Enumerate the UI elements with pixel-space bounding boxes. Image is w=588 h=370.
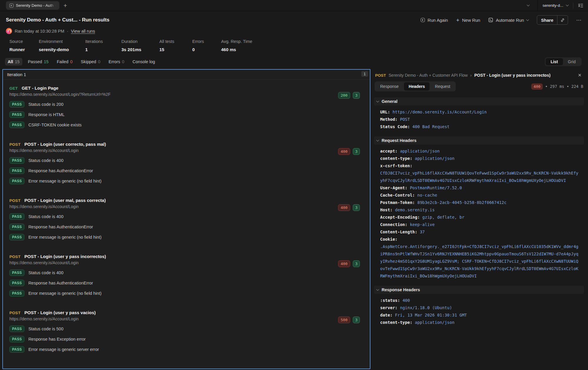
test-result: PASSError message is generic (no field h… <box>9 290 370 297</box>
header-line: content-type: application/json <box>380 319 579 326</box>
filter-skipped[interactable]: Skipped0 <box>78 58 103 66</box>
test-result: PASSResponse has Exception error <box>9 336 370 342</box>
tab-headers[interactable]: Headers <box>404 82 430 91</box>
more-options-button[interactable]: ⋯ <box>576 17 582 23</box>
header: Serenity Demo - Auth + Cust... - Run res… <box>0 11 588 25</box>
test-result: PASSResponse has AuthenticationError <box>9 280 370 286</box>
filter-all[interactable]: All15 <box>5 58 22 66</box>
grid-view-button[interactable]: Grid <box>563 58 581 65</box>
section-response-headers[interactable]: Response Headers <box>374 286 584 294</box>
ran-timestamp: Ran today at 10:30:28 PM <box>15 29 64 34</box>
header-line: User-Agent: PostmanRuntime/7.52.0 <box>380 184 579 192</box>
play-icon <box>421 18 425 22</box>
section-request-headers[interactable]: Request Headers <box>374 136 584 145</box>
environment-selector[interactable]: serenity-d... <box>542 3 568 8</box>
detail-panel: POST Serenity Demo - Auth + Customer API… <box>370 69 588 369</box>
response-size: 224 B <box>571 84 583 89</box>
stat-avg-resp-time: Avg. Resp. Time460 ms <box>221 39 252 52</box>
request-url: https://demo.serenity.is/Account/Login <box>9 317 370 321</box>
chevron-down-icon[interactable] <box>527 4 530 6</box>
share-button[interactable]: Share <box>537 18 557 23</box>
method-label: POST <box>375 73 386 78</box>
automate-run-button[interactable]: Automate Run <box>488 18 529 23</box>
chevron-down-icon <box>566 4 569 6</box>
breadcrumb[interactable]: Serenity Demo - Auth + Customer API Flow <box>389 73 468 78</box>
test-count-badge: 3 <box>353 204 360 211</box>
test-result: PASSCSRF-TOKEN cookie exists <box>9 122 370 128</box>
response-time: 297 ms <box>550 84 564 89</box>
header-line: Method: POST <box>380 116 579 123</box>
list-view-button[interactable]: List <box>546 58 563 65</box>
view-all-runs-link[interactable]: View all runs <box>71 29 95 34</box>
request-title: POST - Login (user correcto, pass mal) <box>24 142 106 147</box>
detail-header: POST Serenity Demo - Auth + Customer API… <box>374 71 584 81</box>
header-line: Status Code: 400 Bad Request <box>380 123 579 130</box>
avatar <box>6 28 12 34</box>
pass-badge: PASS <box>9 234 24 240</box>
test-count-badge: 3 <box>353 260 360 267</box>
tab-response[interactable]: Response <box>375 82 403 91</box>
filter-errors[interactable]: Errors0 <box>106 58 127 66</box>
stat-iterations: Iterations1 <box>85 39 121 52</box>
runner-tab[interactable]: Serenity Demo - Auth + Cu <box>6 1 59 10</box>
test-result: PASSResponse has AuthenticationError <box>9 168 370 174</box>
runner-icon <box>9 4 14 8</box>
header-line: Accept-Encoding: gzip, deflate, br <box>380 214 579 221</box>
run-again-button[interactable]: Run Again <box>421 18 448 23</box>
pass-badge: PASS <box>9 326 24 332</box>
status-badge: 400 <box>338 204 350 211</box>
request-item[interactable]: POST POST - Login (user mal, pass correc… <box>6 198 370 240</box>
header-line: server: nginx/1.18.0 (Ubuntu) <box>380 304 579 312</box>
test-count-badge: 3 <box>353 92 360 99</box>
header-line: :status: 400 <box>380 297 579 304</box>
close-icon[interactable]: ✕ <box>576 73 583 78</box>
chevron-down-icon <box>526 18 529 21</box>
test-count-badge: 3 <box>353 148 360 155</box>
run-stats: SourceRunner Environmentserenity-demo It… <box>0 38 588 57</box>
new-tab-button[interactable]: + <box>64 2 67 9</box>
environment-quick-look-icon[interactable] <box>578 3 583 8</box>
request-item[interactable]: POST POST - Login (user y pass incorrect… <box>6 254 370 297</box>
header-line: Connection: keep-alive <box>380 221 579 228</box>
pass-badge: PASS <box>9 336 24 342</box>
stat-errors: Errors0 <box>192 39 221 52</box>
test-result: PASSStatus code is 500 <box>9 326 370 332</box>
pass-badge: PASS <box>9 290 24 297</box>
test-result: PASSResponse has AuthenticationError <box>9 224 370 230</box>
header-line: accept: application/json <box>380 148 579 155</box>
status-badge: 500 <box>338 317 350 323</box>
request-title: POST - Login (user y pass incorrectos) <box>24 254 106 259</box>
request-url: https://demo.serenity.is/Account/Login <box>9 204 370 209</box>
filter-passed[interactable]: Passed15 <box>25 58 51 66</box>
request-item[interactable]: POST POST - Login (user correcto, pass m… <box>6 142 370 184</box>
chevron-down-icon <box>376 100 379 103</box>
stat-duration: Duration3s 201ms <box>121 39 159 52</box>
request-item[interactable]: GET GET - Login Page https://demo.sereni… <box>6 86 370 128</box>
response-metrics: 400 • 297 ms • 224 B <box>531 83 583 90</box>
header-line: date: Fri, 13 Mar 2026 01:30:31 GMT <box>380 312 579 319</box>
tab-bar: Serenity Demo - Auth + Cu + serenity-d..… <box>0 0 588 11</box>
section-general[interactable]: General <box>374 97 584 106</box>
tab-title: Serenity Demo - Auth + Cu <box>16 3 56 8</box>
method-label: GET <box>9 86 18 91</box>
iteration-count-badge: 1 <box>361 71 368 77</box>
automate-icon <box>488 18 493 22</box>
new-run-button[interactable]: + New Run <box>456 17 480 23</box>
request-title: POST - Login (user mal, pass correcta) <box>24 198 106 203</box>
tab-request[interactable]: Request <box>430 82 455 91</box>
filter-failed[interactable]: Failed0 <box>54 58 75 66</box>
header-line: x-csrf-token:CfDJ8CI7vciz_vpFhLi6flAXcCX… <box>380 162 579 184</box>
test-count-badge: 3 <box>353 317 360 323</box>
header-line: Host: demo.serenity.is <box>380 206 579 214</box>
header-line: Cache-Control: no-cache <box>380 192 579 199</box>
copy-link-button[interactable] <box>557 18 568 22</box>
console-log-tab[interactable]: Console log <box>130 58 158 66</box>
request-title: GET - Login Page <box>22 86 59 91</box>
request-item[interactable]: POST POST - Login (user y pass vacios) h… <box>6 310 370 353</box>
run-results-window: Serenity Demo - Auth + Cu + serenity-d..… <box>0 0 588 370</box>
test-result: PASSStatus code is 400 <box>9 213 370 220</box>
test-result: PASSResponse is HTML <box>9 111 370 118</box>
test-result: PASSError message is generic (no field h… <box>9 178 370 184</box>
test-result: PASSError message is generic server erro… <box>9 346 370 353</box>
status-badge: 400 <box>338 148 350 155</box>
